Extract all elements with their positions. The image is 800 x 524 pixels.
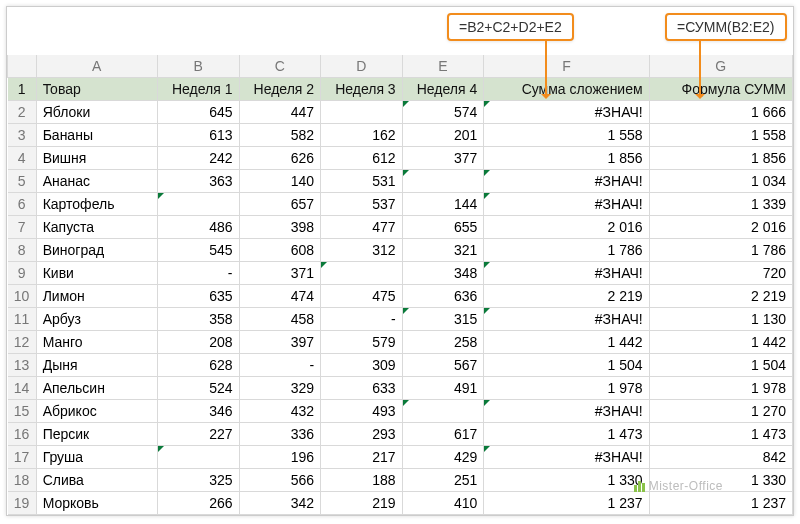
cell[interactable]: 196	[239, 446, 321, 469]
cell[interactable]: 1 978	[484, 377, 649, 400]
row-header[interactable]: 17	[8, 446, 37, 469]
cell[interactable]: 655	[402, 216, 484, 239]
spreadsheet-grid[interactable]: A B C D E F G 1ТоварНеделя 1Неделя 2Неде…	[7, 55, 793, 515]
cell[interactable]: 612	[321, 147, 403, 170]
cell[interactable]: 208	[157, 331, 239, 354]
cell[interactable]: 2 016	[484, 216, 649, 239]
cell[interactable]: #ЗНАЧ!	[484, 101, 649, 124]
cell[interactable]: 346	[157, 400, 239, 423]
cell[interactable]: 242	[157, 147, 239, 170]
cell[interactable]: 219	[321, 492, 403, 515]
cell[interactable]: 1 786	[484, 239, 649, 262]
cell[interactable]: 144	[402, 193, 484, 216]
cell[interactable]: 312	[321, 239, 403, 262]
cell[interactable]: 1 856	[649, 147, 792, 170]
cell[interactable]: 486	[157, 216, 239, 239]
cell[interactable]: 635	[157, 285, 239, 308]
cell[interactable]: Бананы	[36, 124, 157, 147]
cell[interactable]: 293	[321, 423, 403, 446]
row-header[interactable]: 6	[8, 193, 37, 216]
cell[interactable]: 329	[239, 377, 321, 400]
cell[interactable]: 1 978	[649, 377, 792, 400]
row-header[interactable]: 7	[8, 216, 37, 239]
cell[interactable]: 475	[321, 285, 403, 308]
cell[interactable]: 371	[239, 262, 321, 285]
row-header[interactable]: 4	[8, 147, 37, 170]
cell[interactable]: 545	[157, 239, 239, 262]
cell[interactable]: Абрикос	[36, 400, 157, 423]
row-header[interactable]: 11	[8, 308, 37, 331]
cell[interactable]: 1 558	[484, 124, 649, 147]
cell[interactable]: 636	[402, 285, 484, 308]
cell[interactable]: 309	[321, 354, 403, 377]
row-header[interactable]: 9	[8, 262, 37, 285]
cell[interactable]: Персик	[36, 423, 157, 446]
row-header[interactable]: 5	[8, 170, 37, 193]
cell[interactable]: 342	[239, 492, 321, 515]
cell[interactable]: 363	[157, 170, 239, 193]
cell[interactable]: Вишня	[36, 147, 157, 170]
cell[interactable]: 432	[239, 400, 321, 423]
cell[interactable]: Сумма сложением	[484, 78, 649, 101]
cell[interactable]	[402, 170, 484, 193]
cell[interactable]: 2 016	[649, 216, 792, 239]
cell[interactable]: 1 442	[649, 331, 792, 354]
cell[interactable]: 574	[402, 101, 484, 124]
cell[interactable]: 410	[402, 492, 484, 515]
cell[interactable]: 1 442	[484, 331, 649, 354]
cell[interactable]: 579	[321, 331, 403, 354]
cell[interactable]: 566	[239, 469, 321, 492]
cell[interactable]: 325	[157, 469, 239, 492]
cell[interactable]: 1 034	[649, 170, 792, 193]
cell[interactable]: 633	[321, 377, 403, 400]
cell[interactable]	[157, 446, 239, 469]
cell[interactable]: #ЗНАЧ!	[484, 262, 649, 285]
cell[interactable]: Картофель	[36, 193, 157, 216]
cell[interactable]: Киви	[36, 262, 157, 285]
cell[interactable]: 1 666	[649, 101, 792, 124]
col-header-D[interactable]: D	[321, 55, 403, 78]
cell[interactable]: 1 473	[649, 423, 792, 446]
cell[interactable]: 1 237	[484, 492, 649, 515]
cell[interactable]: 251	[402, 469, 484, 492]
row-header[interactable]: 13	[8, 354, 37, 377]
cell[interactable]: 348	[402, 262, 484, 285]
cell[interactable]: Неделя 3	[321, 78, 403, 101]
row-header[interactable]: 8	[8, 239, 37, 262]
cell[interactable]: 2 219	[484, 285, 649, 308]
cell[interactable]: 358	[157, 308, 239, 331]
cell[interactable]: -	[157, 262, 239, 285]
cell[interactable]: 582	[239, 124, 321, 147]
cell[interactable]: Неделя 2	[239, 78, 321, 101]
cell[interactable]	[321, 262, 403, 285]
row-header[interactable]: 19	[8, 492, 37, 515]
cell[interactable]: 491	[402, 377, 484, 400]
cell[interactable]: 458	[239, 308, 321, 331]
cell[interactable]: 608	[239, 239, 321, 262]
cell[interactable]: 720	[649, 262, 792, 285]
col-header-E[interactable]: E	[402, 55, 484, 78]
cell[interactable]: 493	[321, 400, 403, 423]
row-header[interactable]: 15	[8, 400, 37, 423]
cell[interactable]: #ЗНАЧ!	[484, 308, 649, 331]
col-header-A[interactable]: A	[36, 55, 157, 78]
cell[interactable]: Виноград	[36, 239, 157, 262]
cell[interactable]: Апельсин	[36, 377, 157, 400]
row-header[interactable]: 2	[8, 101, 37, 124]
cell[interactable]: 477	[321, 216, 403, 239]
cell[interactable]: 266	[157, 492, 239, 515]
cell[interactable]: 1 504	[649, 354, 792, 377]
row-header[interactable]: 3	[8, 124, 37, 147]
cell[interactable]: #ЗНАЧ!	[484, 193, 649, 216]
cell[interactable]: Арбуз	[36, 308, 157, 331]
row-header[interactable]: 12	[8, 331, 37, 354]
cell[interactable]: 531	[321, 170, 403, 193]
cell[interactable]: 140	[239, 170, 321, 193]
cell[interactable]: 645	[157, 101, 239, 124]
row-header[interactable]: 14	[8, 377, 37, 400]
cell[interactable]: 1 237	[649, 492, 792, 515]
cell[interactable]: Лимон	[36, 285, 157, 308]
cell[interactable]: 626	[239, 147, 321, 170]
cell[interactable]: 321	[402, 239, 484, 262]
cell[interactable]: 429	[402, 446, 484, 469]
